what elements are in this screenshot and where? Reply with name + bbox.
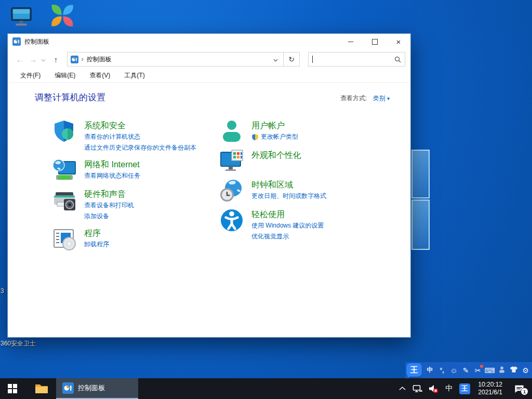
ime-toolbar: 王 中 °, ☺ ✎ ✂ ⌨ ⚙ [405, 362, 532, 378]
this-pc-icon [9, 4, 33, 29]
notification-badge: 1 [521, 388, 528, 395]
breadcrumb[interactable]: 控制面板 [87, 55, 112, 64]
address-dropdown-icon[interactable] [270, 55, 281, 64]
hidden-icons-chevron-icon[interactable] [395, 378, 409, 399]
category-title[interactable]: 网络和 Internet [84, 158, 140, 170]
category-programs: 程序 卸载程序 [52, 227, 219, 251]
action-center-button[interactable]: 1 [509, 378, 530, 399]
chinese-mode-icon[interactable]: 中 [424, 366, 436, 375]
appearance-personalization-icon[interactable] [219, 149, 244, 174]
skin-icon[interactable] [508, 366, 520, 375]
breadcrumb-chevron-icon: › [82, 55, 84, 63]
category-title[interactable]: 用户帐户 [251, 119, 285, 131]
view-by-label: 查看方式: [340, 95, 367, 102]
punctuation-icon[interactable]: °, [436, 367, 448, 374]
emoji-icon[interactable]: ☺ [448, 366, 460, 375]
start-button[interactable] [0, 378, 25, 399]
close-button[interactable]: × [387, 34, 410, 49]
desktop-icon-this-pc[interactable] [9, 4, 33, 31]
handwriting-icon[interactable]: ✎ [460, 366, 472, 375]
category-link[interactable]: 通过文件历史记录保存你的文件备份副本 [84, 142, 196, 153]
user-icon[interactable] [496, 366, 508, 375]
screenshot-icon[interactable]: ✂ [472, 366, 484, 375]
network-internet-icon[interactable] [52, 158, 77, 183]
file-explorer-button[interactable] [29, 378, 54, 399]
taskbar-app-control-panel[interactable]: 控制面板 [56, 378, 138, 399]
maximize-button[interactable] [363, 34, 387, 49]
view-by-dropdown-icon[interactable]: ▾ [387, 96, 390, 101]
keyboard-icon[interactable]: ⌨ [484, 366, 496, 375]
user-accounts-icon[interactable] [219, 119, 244, 144]
clipped-desktop-label[interactable]: 3 [1, 287, 6, 295]
menu-tools[interactable]: 工具(T) [124, 71, 144, 80]
category-network-internet: 网络和 Internet 查看网络状态和任务 [52, 158, 219, 183]
content-area: 调整计算机的设置 查看方式: 类别 ▾ 系统和安全 [8, 83, 410, 256]
wallpaper-logo-pane-bottom [411, 200, 430, 250]
refresh-button[interactable]: ↻ [284, 52, 300, 66]
flower-icon [48, 2, 76, 30]
forward-button[interactable]: → [26, 55, 40, 64]
history-dropdown-icon[interactable] [40, 55, 47, 64]
window-title: 控制面板 [24, 37, 49, 46]
category-column-right: 用户帐户 更改帐户类型 [219, 119, 390, 256]
tray-clock[interactable]: 10:20:12 2021/6/1 [473, 381, 507, 396]
category-hardware-sound: 硬件和声音 查看设备和打印机 添加设备 [52, 188, 219, 222]
category-link[interactable]: 查看你的计算机状态 [84, 131, 196, 142]
menu-file[interactable]: 文件(F) [20, 71, 41, 80]
category-ease-of-access: 轻松使用 使用 Windows 建议的设置 优化视觉显示 [219, 208, 390, 242]
input-language-indicator[interactable]: 中 [442, 378, 456, 399]
view-by-value[interactable]: 类别 [373, 95, 385, 102]
tray-date: 2021/6/1 [478, 389, 502, 396]
category-link[interactable]: 更改日期、时间或数字格式 [251, 191, 326, 202]
programs-icon[interactable] [52, 227, 77, 251]
title-bar: 控制面板 × [8, 34, 410, 49]
tray-time: 10:20:12 [478, 381, 502, 389]
category-link[interactable]: 优化视觉显示 [251, 231, 324, 242]
page-title: 调整计算机的设置 [35, 91, 105, 103]
category-column-left: 系统和安全 查看你的计算机状态 通过文件历史记录保存你的文件备份副本 [52, 119, 219, 256]
settings-icon[interactable]: ⚙ [520, 366, 531, 375]
category-link[interactable]: 查看设备和打印机 [84, 200, 134, 211]
view-by: 查看方式: 类别 ▾ [340, 94, 390, 103]
ime-logo[interactable]: 王 [406, 363, 422, 377]
category-link-uac[interactable]: 更改帐户类型 [251, 131, 298, 142]
desktop-label-360-security[interactable]: 360安全卫士 [1, 339, 36, 348]
ease-of-access-icon[interactable] [219, 208, 244, 233]
address-bar[interactable]: › 控制面板 [67, 52, 284, 66]
control-panel-icon [71, 56, 78, 63]
uac-shield-icon [251, 134, 259, 141]
clock-region-icon[interactable] [219, 178, 244, 203]
back-button[interactable]: ← [13, 55, 26, 64]
navigation-bar: ← → ↑ › 控制面板 ↻ [8, 49, 410, 69]
network-icon[interactable] [411, 378, 424, 399]
search-icon [394, 56, 401, 63]
taskbar: 控制面板 中 王 10:20:12 2021/6/1 [0, 378, 532, 399]
category-link[interactable]: 添加设备 [84, 211, 134, 222]
search-input[interactable] [314, 56, 394, 63]
minimize-button[interactable] [339, 34, 363, 49]
volume-muted-icon[interactable] [427, 378, 440, 399]
category-title[interactable]: 轻松使用 [251, 208, 285, 220]
category-title[interactable]: 系统和安全 [84, 119, 126, 131]
category-title[interactable]: 外观和个性化 [251, 149, 301, 161]
category-link[interactable]: 查看网络状态和任务 [84, 170, 140, 181]
system-security-icon[interactable] [52, 119, 77, 144]
category-title[interactable]: 时钟和区域 [251, 179, 293, 191]
control-panel-window: 控制面板 × ← → ↑ › 控制面板 ↻ [7, 33, 411, 338]
up-button[interactable]: ↑ [49, 55, 63, 64]
category-user-accounts: 用户帐户 更改帐户类型 [219, 119, 390, 144]
category-link[interactable]: 使用 Windows 建议的设置 [251, 220, 324, 231]
category-title[interactable]: 程序 [84, 227, 101, 239]
control-panel-icon [62, 382, 74, 394]
ime-tray-icon[interactable]: 王 [458, 378, 471, 399]
desktop-icon-360-software[interactable] [48, 2, 76, 32]
search-box[interactable] [308, 52, 405, 66]
hardware-sound-icon[interactable] [52, 188, 77, 212]
menu-view[interactable]: 查看(V) [89, 71, 110, 80]
category-clock-region: 时钟和区域 更改日期、时间或数字格式 [219, 178, 390, 203]
category-link[interactable]: 卸载程序 [84, 239, 109, 250]
menu-edit[interactable]: 编辑(E) [55, 71, 75, 80]
category-system-security: 系统和安全 查看你的计算机状态 通过文件历史记录保存你的文件备份副本 [52, 119, 219, 153]
category-title[interactable]: 硬件和声音 [84, 188, 126, 200]
control-panel-icon [12, 37, 21, 46]
